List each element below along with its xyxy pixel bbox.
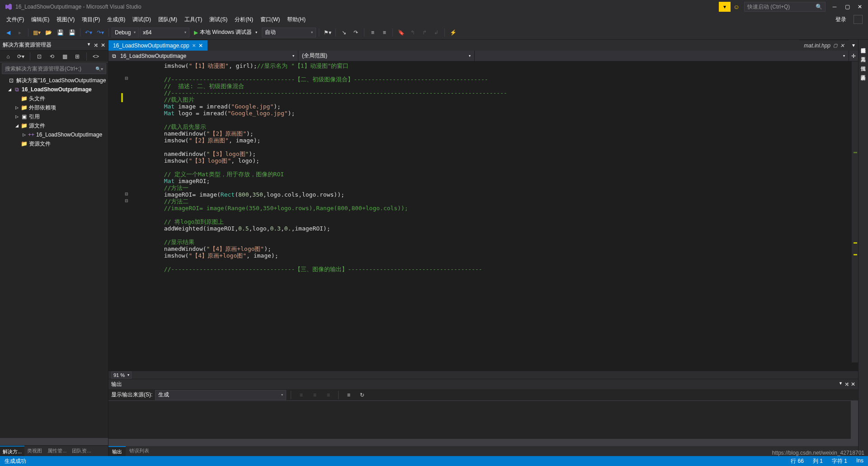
solution-search-input[interactable]: 搜索解决方案资源管理器(Ctrl+;) 🔍▾ bbox=[2, 63, 106, 74]
se-showfiles-icon[interactable]: ▦ bbox=[59, 51, 70, 62]
menu-analyze[interactable]: 分析(N) bbox=[231, 14, 257, 25]
rail-diagnostics[interactable]: 诊断工具 bbox=[859, 69, 868, 74]
promote-icon[interactable]: ▢ bbox=[833, 43, 837, 48]
tree-source-file[interactable]: ▷++ 16_LoadShowOutputImage bbox=[0, 130, 108, 139]
back-button[interactable]: ◀ bbox=[3, 27, 14, 38]
feedback-smile-icon[interactable]: ☺ bbox=[731, 2, 742, 12]
tab-close-icon[interactable]: ✕ bbox=[198, 42, 203, 49]
nav-member-combo[interactable]: ▾ bbox=[475, 51, 849, 61]
menu-edit[interactable]: 编辑(E) bbox=[28, 14, 53, 25]
save-all-button[interactable]: 💾 bbox=[66, 27, 77, 38]
notification-flag-icon[interactable]: ▾ bbox=[719, 2, 731, 12]
tree-headers-folder[interactable]: 📁 头文件 bbox=[0, 94, 108, 103]
sign-in-link[interactable]: 登录 bbox=[831, 14, 851, 25]
nav-split-icon[interactable]: ✛ bbox=[849, 53, 858, 59]
tab-dropdown-icon[interactable]: ▾ bbox=[849, 40, 858, 51]
se-refresh-icon[interactable]: ⟳▾ bbox=[15, 51, 26, 62]
tree-resources-folder[interactable]: 📁 资源文件 bbox=[0, 139, 108, 148]
output-tab-output[interactable]: 输出 bbox=[108, 446, 126, 456]
bookmark-button[interactable]: 🔖 bbox=[396, 27, 406, 38]
panel-dropdown-icon[interactable]: ▼ bbox=[87, 42, 91, 48]
save-button[interactable]: 💾 bbox=[55, 27, 66, 38]
start-debug-button[interactable]: ▶本地 Windows 调试器▾ bbox=[190, 28, 261, 38]
menu-bar: 文件(F) 编辑(E) 视图(V) 项目(P) 生成(B) 调试(D) 团队(M… bbox=[0, 14, 868, 25]
new-project-button[interactable]: ▦▾ bbox=[31, 27, 42, 38]
step-into-button[interactable]: ↘ bbox=[339, 27, 349, 38]
tab-class-view[interactable]: 类视图 bbox=[24, 446, 45, 456]
undo-button[interactable]: ↶▾ bbox=[83, 27, 94, 38]
minimize-button[interactable]: ─ bbox=[828, 2, 841, 12]
tree-sources-folder[interactable]: ◢📁 源文件 bbox=[0, 121, 108, 130]
uncomment-button[interactable]: ≡ bbox=[379, 27, 390, 38]
find-button[interactable]: ⚡ bbox=[448, 27, 458, 38]
scroll-minimap[interactable] bbox=[852, 61, 858, 362]
se-properties-icon[interactable]: ⊞ bbox=[72, 51, 83, 62]
output-next-icon[interactable]: ≡ bbox=[309, 390, 320, 400]
file-tab-preview[interactable]: mat.inl.hpp ▢ ✕ bbox=[799, 40, 849, 51]
config-combo[interactable]: Debug▾ bbox=[112, 28, 139, 38]
tab-solution-explorer[interactable]: 解决方... bbox=[0, 446, 24, 456]
menu-build[interactable]: 生成(B) bbox=[104, 14, 129, 25]
panel-pin-icon[interactable]: ⤨ bbox=[94, 42, 98, 48]
tab-property-manager[interactable]: 属性管... bbox=[45, 446, 69, 456]
file-tab-active[interactable]: 16_LoadShowOutputImage.cpp ⤫ ✕ bbox=[108, 40, 208, 51]
maximize-button[interactable]: ▢ bbox=[841, 2, 854, 12]
se-sync-icon[interactable]: ⟲ bbox=[47, 51, 57, 62]
se-scrollbar-h[interactable] bbox=[0, 438, 108, 445]
menu-help[interactable]: 帮助(H) bbox=[283, 14, 309, 25]
rail-toolbox[interactable]: 工具箱 bbox=[859, 51, 868, 56]
panel-pin-icon[interactable]: ⤨ bbox=[844, 381, 849, 387]
menu-test[interactable]: 测试(S) bbox=[206, 14, 231, 25]
menu-team[interactable]: 团队(M) bbox=[155, 14, 181, 25]
se-collapse-icon[interactable]: ⊡ bbox=[34, 51, 45, 62]
se-code-icon[interactable]: <> bbox=[90, 51, 101, 62]
code-editor[interactable]: ⊟ ⊟ ⊟ imshow("【1】动漫图", girl);//显示名为 "【1】… bbox=[108, 61, 858, 371]
zoom-combo[interactable]: 91 %▾ bbox=[111, 372, 132, 379]
menu-project[interactable]: 项目(P) bbox=[78, 14, 104, 25]
menu-tools[interactable]: 工具(T) bbox=[181, 14, 206, 25]
step-over-button[interactable]: ↷ bbox=[350, 27, 361, 38]
output-clear-icon[interactable]: ≡ bbox=[323, 390, 334, 400]
menu-window[interactable]: 窗口(W) bbox=[257, 14, 283, 25]
tab-team-explorer[interactable]: 团队资... bbox=[69, 446, 94, 456]
redo-button[interactable]: ↷▾ bbox=[95, 27, 106, 38]
panel-close-icon[interactable]: ✕ bbox=[101, 42, 105, 48]
platform-combo[interactable]: x64▾ bbox=[140, 28, 189, 38]
se-home-icon[interactable]: ⌂ bbox=[3, 51, 14, 62]
toolbar-btn-1[interactable]: ⚑▾ bbox=[322, 27, 333, 38]
nav-back-button[interactable]: ↰ bbox=[407, 27, 418, 38]
output-scrollbar-h[interactable] bbox=[108, 439, 851, 446]
auto-combo[interactable]: 自动▾ bbox=[262, 28, 316, 38]
quick-launch-input[interactable]: 快速启动 (Ctrl+Q) 🔍 bbox=[744, 2, 826, 12]
output-prev-icon[interactable]: ≡ bbox=[296, 390, 307, 400]
tree-project-node[interactable]: ◢⧉ 16_LoadShowOutputImage bbox=[0, 85, 108, 94]
nav-scope-combo[interactable]: ⧉ 16_LoadShowOutputImage ▾ bbox=[108, 51, 298, 61]
menu-view[interactable]: 视图(V) bbox=[53, 14, 78, 25]
output-tab-errors[interactable]: 错误列表 bbox=[126, 446, 153, 456]
user-avatar-icon[interactable] bbox=[854, 15, 863, 24]
close-button[interactable]: ✕ bbox=[854, 2, 866, 12]
panel-close-icon[interactable]: ✕ bbox=[851, 381, 855, 387]
output-source-combo[interactable]: 生成▾ bbox=[155, 390, 286, 400]
nav-fwd-button[interactable]: ↱ bbox=[419, 27, 430, 38]
nav-btn-3[interactable]: ↲ bbox=[431, 27, 442, 38]
pin-icon[interactable]: ⤫ bbox=[192, 43, 196, 48]
comment-button[interactable]: ≡ bbox=[367, 27, 378, 38]
menu-debug[interactable]: 调试(D) bbox=[129, 14, 155, 25]
tree-solution-node[interactable]: ⊡ 解决方案"16_LoadShowOutputImage bbox=[0, 76, 108, 85]
forward-button[interactable]: ▸ bbox=[14, 27, 25, 38]
open-file-button[interactable]: 📂 bbox=[43, 27, 54, 38]
output-clear2-icon[interactable]: ↻ bbox=[357, 390, 368, 400]
tab-close-icon[interactable]: ✕ bbox=[840, 42, 844, 49]
menu-file[interactable]: 文件(F) bbox=[3, 14, 28, 25]
rail-server-explorer[interactable]: 服务器资源管理器 bbox=[859, 42, 868, 47]
output-text-area[interactable] bbox=[108, 401, 858, 446]
output-wrap-icon[interactable]: ≡ bbox=[343, 390, 354, 400]
tree-external-folder[interactable]: ▷📁 外部依赖项 bbox=[0, 103, 108, 112]
panel-dropdown-icon[interactable]: ▼ bbox=[839, 381, 843, 387]
output-scrollbar-v[interactable] bbox=[851, 401, 858, 446]
rail-properties[interactable]: 属性 bbox=[859, 60, 868, 65]
tree-refs-folder[interactable]: ▷▣ 引用 bbox=[0, 112, 108, 121]
solution-tree[interactable]: ⊡ 解决方案"16_LoadShowOutputImage ◢⧉ 16_Load… bbox=[0, 75, 108, 438]
nav-type-combo[interactable]: (全局范围) ▾ bbox=[298, 51, 475, 61]
